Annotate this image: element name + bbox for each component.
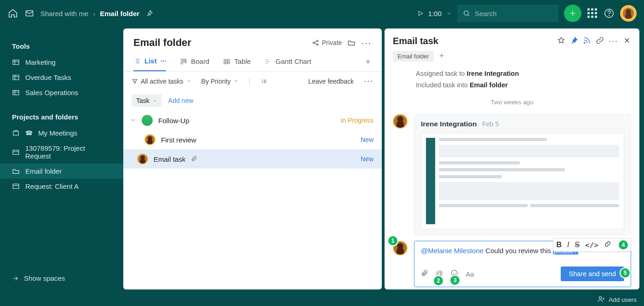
sidebar-heading-tools: Tools — [0, 38, 123, 55]
tab-table[interactable]: Table — [223, 53, 251, 71]
composer-mid: Could you review this — [483, 247, 553, 255]
show-spaces[interactable]: Show spaces — [0, 268, 123, 289]
callout-3: 3 — [450, 276, 460, 285]
filter-label: By Priority — [201, 78, 231, 85]
strike-button[interactable]: S — [575, 241, 580, 249]
breadcrumb-parent[interactable]: Shared with me — [40, 10, 88, 17]
sidebar-item-label: My Meetings — [38, 129, 77, 137]
activity-text: Included task into — [416, 81, 470, 89]
folder-tag[interactable]: Email folder — [393, 51, 434, 62]
add-tag-icon[interactable] — [438, 52, 445, 61]
svg-point-3 — [609, 16, 610, 16]
task-status: In Progress — [340, 117, 374, 124]
filter-label: All active tasks — [141, 78, 184, 85]
sidebar-item-project-request[interactable]: 130789579: Project Request — [0, 141, 123, 164]
text-style-icon[interactable]: Aa — [466, 270, 474, 278]
svg-rect-15 — [224, 59, 230, 63]
tab-board[interactable]: Board — [180, 53, 209, 71]
avatar — [144, 134, 155, 145]
inbox-icon[interactable] — [24, 8, 35, 19]
activity-log: Assigned task to Irene Integration Inclu… — [393, 68, 631, 91]
rss-icon[interactable] — [583, 36, 591, 46]
tab-list[interactable]: List ··· — [133, 52, 166, 71]
timer[interactable]: 1:00 — [417, 10, 452, 17]
more-icon[interactable]: ··· — [361, 38, 372, 48]
svg-rect-4 — [13, 60, 19, 65]
task-row[interactable]: Email task New — [123, 149, 382, 169]
italic-button[interactable]: I — [567, 241, 569, 249]
timer-value: 1:00 — [428, 10, 442, 17]
task-row[interactable]: First review New — [123, 130, 382, 149]
chevron-down-icon[interactable] — [130, 117, 136, 125]
list-panel: Email folder Private ··· List ··· Board — [123, 28, 382, 289]
task-type-select[interactable]: Task — [132, 94, 162, 107]
home-icon[interactable] — [7, 8, 18, 19]
filter-priority[interactable]: By Priority — [201, 78, 239, 85]
filters-more-icon[interactable]: ··· — [364, 76, 374, 86]
comment-card[interactable]: Irene Integration Feb 5 — [414, 114, 631, 235]
add-button[interactable] — [564, 5, 581, 22]
tab-label: List — [144, 57, 157, 65]
avatar[interactable] — [620, 5, 637, 22]
add-users-button[interactable]: Add users — [609, 296, 637, 303]
activity-folder: Email folder — [470, 81, 508, 89]
more-icon[interactable]: ··· — [609, 36, 618, 46]
sidebar-item-email-folder[interactable]: Email folder — [0, 164, 123, 179]
filter-all-active[interactable]: All active tasks — [132, 78, 191, 85]
share-privacy[interactable]: Private — [312, 39, 342, 46]
tab-label: Gantt Chart — [276, 57, 311, 65]
sidebar-item-marketing[interactable]: Marketing — [0, 55, 123, 70]
sidebar-item-label: Email folder — [25, 167, 62, 175]
close-icon[interactable] — [623, 36, 631, 46]
callout-4: 4 — [619, 240, 628, 249]
task-type-label: Task — [136, 97, 150, 104]
sidebar-heading-projects: Projects and folders — [0, 108, 123, 125]
link-button[interactable] — [604, 240, 611, 249]
attachment-thumbnail[interactable] — [421, 133, 624, 229]
add-new-link[interactable]: Add new — [168, 97, 193, 104]
sidebar-item-label: 130789579: Project Request — [25, 144, 111, 160]
help-icon[interactable] — [604, 8, 615, 19]
activity-user: Irene Integration — [466, 70, 519, 77]
tab-more-icon[interactable]: ··· — [161, 57, 167, 65]
view-tabs: List ··· Board Table Gantt Chart — [123, 52, 382, 72]
pin-icon[interactable] — [570, 36, 578, 46]
mention[interactable]: @Melanie Milestone — [421, 247, 483, 255]
attach-icon[interactable] — [421, 269, 428, 278]
svg-rect-6 — [13, 91, 19, 95]
sidebar-item-label: Sales Operations — [25, 89, 78, 96]
apps-icon[interactable] — [587, 8, 598, 19]
svg-rect-7 — [13, 150, 19, 154]
show-spaces-label: Show spaces — [24, 274, 65, 282]
folder-icon[interactable] — [347, 39, 356, 47]
code-button[interactable]: </> — [585, 241, 598, 249]
sidebar-item-label: Request: Client A — [25, 182, 79, 190]
tab-label: Table — [234, 57, 251, 65]
emoji-icon[interactable]: 3 — [450, 269, 458, 279]
tab-gantt[interactable]: Gantt Chart — [264, 53, 311, 71]
expand-collapse-icon[interactable] — [260, 78, 268, 85]
breadcrumb: Shared with me › Email folder — [40, 8, 155, 19]
star-icon[interactable] — [557, 36, 565, 46]
search-input[interactable]: Search — [457, 5, 558, 22]
format-toolbar: B I S </> 4 — [553, 238, 631, 252]
sidebar-item-sales[interactable]: Sales Operations — [0, 85, 123, 100]
svg-point-16 — [584, 42, 585, 43]
svg-rect-5 — [13, 75, 19, 80]
pin-icon[interactable] — [144, 8, 155, 19]
send-button[interactable]: Share and send 5 — [561, 266, 624, 281]
svg-point-18 — [599, 296, 602, 299]
at-icon[interactable]: @ 2 — [436, 270, 443, 278]
timestamp: Two weeks ago — [393, 99, 631, 106]
sidebar-item-meetings[interactable]: ☎ My Meetings — [0, 125, 123, 141]
sidebar-item-overdue[interactable]: Overdue Tasks — [0, 70, 123, 85]
add-users-icon[interactable] — [598, 295, 605, 304]
tab-add[interactable] — [364, 53, 372, 71]
leave-feedback[interactable]: Leave feedback — [308, 78, 354, 85]
task-row[interactable]: Follow-Up In Progress — [123, 111, 382, 130]
breadcrumb-current[interactable]: Email folder — [100, 10, 139, 17]
link-icon[interactable] — [596, 36, 604, 46]
sidebar-item-client-a[interactable]: Request: Client A — [0, 179, 123, 194]
bold-button[interactable]: B — [556, 241, 562, 249]
task-title: First review — [161, 136, 196, 144]
